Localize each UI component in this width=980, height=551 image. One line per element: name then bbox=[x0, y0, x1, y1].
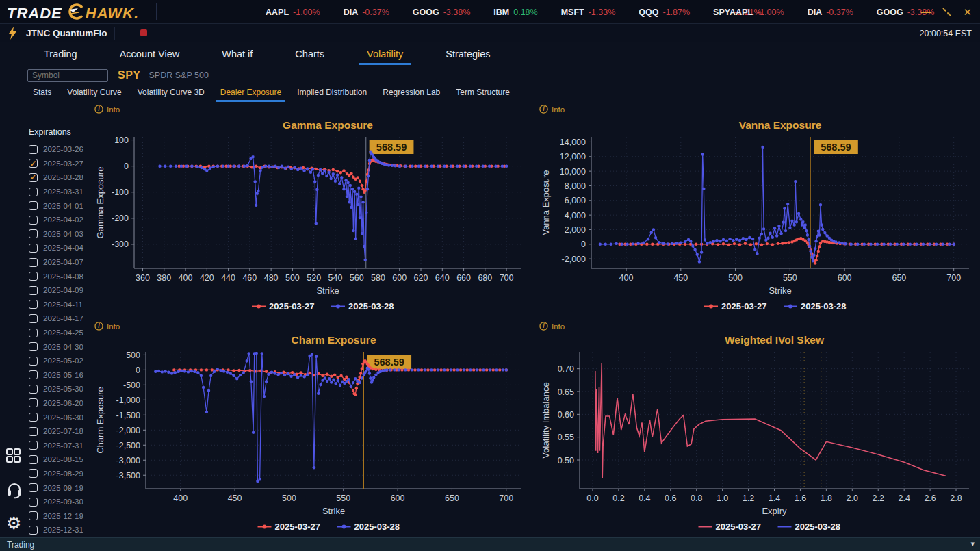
svg-text:-2,000: -2,000 bbox=[116, 426, 140, 435]
expiration-checkbox[interactable] bbox=[29, 329, 38, 337]
lightning-icon bbox=[8, 27, 17, 42]
expiration-row[interactable]: 2025-03-26 bbox=[29, 142, 92, 157]
ticker-quote[interactable]: AAPL-1.00% bbox=[730, 8, 784, 17]
tab-trading[interactable]: Trading bbox=[41, 44, 80, 65]
expiration-checkbox[interactable] bbox=[29, 258, 38, 267]
expiration-row[interactable]: 2025-06-30 bbox=[29, 410, 92, 424]
subtab-regression-lab[interactable]: Regression Lab bbox=[381, 85, 441, 102]
expiration-row[interactable]: 2025-04-01 bbox=[29, 198, 92, 213]
expiration-row[interactable]: 2025-08-29 bbox=[29, 467, 92, 481]
expiration-row[interactable]: 2025-03-31 bbox=[29, 185, 92, 199]
tab-account-view[interactable]: Account View bbox=[117, 44, 183, 65]
expiration-checkbox[interactable] bbox=[29, 427, 38, 436]
expiration-date: 2025-09-30 bbox=[43, 498, 83, 506]
expiration-checkbox[interactable]: ✓ bbox=[29, 159, 38, 168]
expiration-row[interactable]: 2025-06-20 bbox=[29, 396, 92, 411]
tab-what-if[interactable]: What if bbox=[219, 44, 255, 65]
expiration-row[interactable]: 2025-12-31 bbox=[29, 523, 92, 537]
expiration-checkbox[interactable] bbox=[29, 145, 38, 154]
close-icon[interactable]: ✕ bbox=[963, 7, 972, 17]
subtab-volatility-curve-3d[interactable]: Volatility Curve 3D bbox=[136, 85, 206, 102]
ticker-quote[interactable]: DIA-0.37% bbox=[808, 8, 853, 17]
expiration-checkbox[interactable] bbox=[29, 216, 38, 225]
expiration-row[interactable]: 2025-04-25 bbox=[29, 326, 92, 340]
expiration-row[interactable]: 2025-04-11 bbox=[29, 298, 92, 312]
expiration-checkbox[interactable] bbox=[29, 370, 38, 379]
grid-layout-icon[interactable] bbox=[6, 448, 21, 466]
expiration-checkbox[interactable]: ✓ bbox=[29, 173, 38, 182]
expiration-checkbox[interactable] bbox=[29, 201, 38, 210]
expiration-row[interactable]: 2025-05-02 bbox=[29, 354, 92, 368]
svg-text:568.59: 568.59 bbox=[374, 357, 404, 368]
expiration-row[interactable]: 2025-04-17 bbox=[29, 311, 92, 326]
expiration-checkbox[interactable] bbox=[29, 300, 38, 309]
expiration-checkbox[interactable] bbox=[29, 357, 38, 366]
tab-volatility[interactable]: Volatility bbox=[364, 44, 406, 65]
ticker-quote[interactable]: GOOG-3.38% bbox=[413, 8, 471, 17]
expiration-row[interactable]: 2025-09-19 bbox=[29, 480, 92, 495]
expiration-checkbox[interactable] bbox=[29, 498, 38, 507]
expiration-checkbox[interactable] bbox=[29, 286, 38, 295]
subtab-implied-distribution[interactable]: Implied Distribution bbox=[296, 85, 368, 102]
subtab-volatility-curve[interactable]: Volatility Curve bbox=[66, 85, 122, 102]
expiration-row[interactable]: 2025-04-08 bbox=[29, 269, 92, 283]
expiration-checkbox[interactable] bbox=[29, 511, 38, 520]
settings-gear-icon[interactable]: ⚙ bbox=[6, 515, 21, 532]
vanna-exposure-chart[interactable]: 14,00012,00010,0008,0006,0004,0002,0000-… bbox=[539, 103, 980, 316]
svg-text:568.59: 568.59 bbox=[376, 142, 407, 153]
expiration-checkbox[interactable] bbox=[29, 469, 38, 478]
tab-strategies[interactable]: Strategies bbox=[443, 44, 493, 65]
symbol-input[interactable] bbox=[27, 69, 108, 82]
charm-exposure-chart[interactable]: 5000-500-1,000-1,500-2,000-2,500-3,000-3… bbox=[93, 318, 532, 537]
expiration-checkbox[interactable] bbox=[29, 229, 38, 238]
expiration-checkbox[interactable] bbox=[29, 526, 38, 535]
ticker-quote[interactable]: MSFT-1.33% bbox=[561, 8, 616, 17]
expiration-checkbox[interactable] bbox=[29, 342, 38, 351]
expiration-checkbox[interactable] bbox=[29, 441, 38, 450]
status-indicator bbox=[140, 29, 147, 36]
expiration-checkbox[interactable] bbox=[29, 188, 38, 196]
expiration-row[interactable]: 2025-12-19 bbox=[29, 509, 92, 523]
ticker-quote[interactable]: DIA-0.37% bbox=[344, 8, 389, 17]
expiration-row[interactable]: 2025-08-15 bbox=[29, 452, 92, 467]
ticker-quote[interactable]: QQQ-1.87% bbox=[639, 8, 690, 17]
ticker-change: -0.37% bbox=[826, 8, 853, 17]
headset-support-icon[interactable] bbox=[6, 481, 23, 502]
weighted-ivol-skew-chart[interactable]: 0.700.650.600.550.500.00.20.40.60.81.01.… bbox=[539, 318, 980, 537]
subtab-term-structure[interactable]: Term Structure bbox=[454, 85, 511, 102]
ticker-quote[interactable]: IBM0.18% bbox=[493, 8, 537, 17]
expiration-row[interactable]: ✓2025-03-28 bbox=[29, 170, 92, 185]
expiration-checkbox[interactable] bbox=[29, 398, 38, 407]
expiration-row[interactable]: 2025-04-07 bbox=[29, 255, 92, 270]
minimize-icon[interactable] bbox=[921, 12, 931, 13]
expiration-checkbox[interactable] bbox=[29, 272, 38, 281]
expiration-row[interactable]: 2025-05-16 bbox=[29, 368, 92, 383]
expiration-row[interactable]: ✓2025-03-27 bbox=[29, 157, 92, 171]
expiration-row[interactable]: 2025-07-31 bbox=[29, 438, 92, 452]
gamma-exposure-chart[interactable]: 1000-100-200-300360380400420440460480500… bbox=[93, 103, 532, 316]
workspace-selector-bar[interactable]: Trading ▾ bbox=[0, 537, 980, 551]
expiration-row[interactable]: 2025-07-18 bbox=[29, 424, 92, 439]
expiration-checkbox[interactable] bbox=[29, 385, 38, 394]
ticker-quote[interactable]: AAPL-1.00% bbox=[266, 8, 320, 17]
expiration-row[interactable]: 2025-04-09 bbox=[29, 283, 92, 298]
tab-charts[interactable]: Charts bbox=[292, 44, 327, 65]
expiration-checkbox[interactable] bbox=[29, 314, 38, 323]
chevron-down-icon[interactable]: ▾ bbox=[970, 539, 975, 548]
expiration-checkbox[interactable] bbox=[29, 483, 38, 492]
expiration-row[interactable]: 2025-04-04 bbox=[29, 241, 92, 255]
expiration-checkbox[interactable] bbox=[29, 244, 38, 253]
expiration-row[interactable]: 2025-09-30 bbox=[29, 495, 92, 509]
subtab-stats[interactable]: Stats bbox=[31, 85, 53, 102]
expiration-checkbox[interactable] bbox=[29, 455, 38, 464]
expiration-checkbox[interactable] bbox=[29, 413, 38, 422]
subtab-dealer-exposure[interactable]: Dealer Exposure bbox=[219, 85, 283, 102]
svg-text:0: 0 bbox=[581, 240, 586, 249]
expiration-row[interactable]: 2025-05-30 bbox=[29, 382, 92, 396]
expiration-date: 2025-08-15 bbox=[43, 455, 83, 463]
restore-icon[interactable] bbox=[942, 7, 952, 17]
expiration-row[interactable]: 2025-04-03 bbox=[29, 227, 92, 242]
expiration-date: 2025-03-27 bbox=[43, 159, 83, 168]
expiration-row[interactable]: 2025-04-02 bbox=[29, 213, 92, 227]
expiration-row[interactable]: 2025-04-30 bbox=[29, 339, 92, 354]
